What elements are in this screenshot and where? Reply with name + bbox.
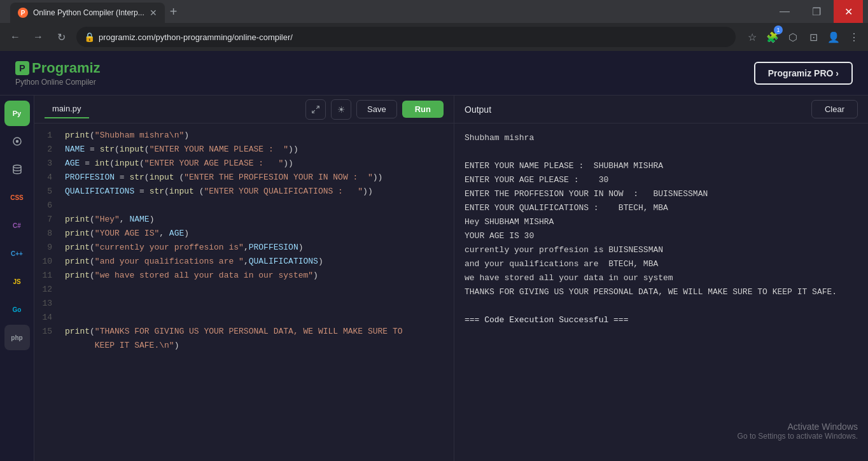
output-toolbar: Output Clear: [454, 96, 868, 124]
logo: P Programiz: [15, 60, 101, 76]
cast-button[interactable]: ⊡: [804, 28, 822, 46]
output-line-3: ENTER YOUR NAME PLEASE : SHUBHAM MISHRA: [465, 159, 858, 173]
output-line-13: [465, 299, 858, 313]
logo-area: P Programiz Python Online Compiler: [15, 60, 101, 87]
code-line-1: print("Shubham mishra\n"): [65, 129, 449, 143]
new-tab-button[interactable]: +: [165, 4, 183, 19]
editor-section: main.py ☀ Save Run 12345 67: [34, 96, 454, 461]
app-content: P Programiz Python Online Compiler Progr…: [0, 51, 868, 461]
output-title: Output: [465, 104, 491, 115]
output-line-7: Hey SHUBHAM MISHRA: [465, 215, 858, 229]
sidebar-item-php[interactable]: php: [4, 325, 30, 350]
svg-line-3: [316, 106, 319, 108]
code-line-11: print("we have stored all your data in o…: [65, 269, 449, 283]
url-text: programiz.com/python-programming/online-…: [99, 32, 293, 42]
clear-button[interactable]: Clear: [811, 100, 858, 118]
save-button[interactable]: Save: [356, 100, 397, 118]
close-tab-button[interactable]: ✕: [150, 8, 157, 18]
output-line-9: currently your proffesion is BUISNESSMAN: [465, 243, 858, 257]
svg-point-1: [15, 140, 18, 143]
output-line-5: ENTER THE PROFFESION YOUR IN NOW : BUISN…: [465, 187, 858, 201]
output-line-6: ENTER YOUR QUALIFICATIONS : BTECH, MBA: [465, 201, 858, 215]
code-line-2: NAME = str(input("ENTER YOUR NAME PLEASE…: [65, 143, 449, 157]
output-section: Output Clear Shubham mishra ENTER YOUR N…: [454, 96, 868, 461]
reload-button[interactable]: ↻: [51, 27, 71, 47]
output-line-11: we have stored all your data in our syst…: [465, 271, 858, 285]
sidebar-item-cpp[interactable]: C++: [4, 241, 30, 266]
fullscreen-button[interactable]: [305, 99, 326, 120]
output-line-8: YOUR AGE IS 30: [465, 229, 858, 243]
code-line-6: [65, 199, 449, 213]
sidebar-item-scratch[interactable]: [4, 129, 30, 154]
address-bar[interactable]: 🔒 programiz.com/python-programming/onlin…: [76, 27, 736, 47]
code-line-5: QUALIFICATIONS = str(input ("ENTER YOUR …: [65, 185, 449, 199]
minimize-button[interactable]: —: [770, 0, 799, 23]
lock-icon: 🔒: [84, 32, 95, 42]
tab-bar: P Online Python Compiler (Interp... ✕ +: [5, 0, 182, 23]
bookmark-button[interactable]: ☆: [743, 28, 761, 46]
output-line-1: Shubham mishra: [465, 131, 858, 145]
forward-button[interactable]: →: [28, 27, 48, 47]
output-line-12: THANKS FOR GIVING US YOUR PERSONAL DATA,…: [465, 285, 858, 299]
code-line-14: [65, 311, 449, 325]
app-header: P Programiz Python Online Compiler Progr…: [0, 51, 868, 96]
code-line-15: print("THANKS FOR GIVING US YOUR PERSONA…: [65, 325, 449, 339]
code-line-13: [65, 297, 449, 311]
maximize-button[interactable]: ❐: [802, 0, 831, 23]
nav-bar: ← → ↻ 🔒 programiz.com/python-programming…: [0, 23, 868, 51]
nav-icons: ☆ 🧩 1 ⬡ ⊡ 👤 ⋮: [743, 28, 863, 46]
browser-window: P Online Python Compiler (Interp... ✕ + …: [0, 0, 868, 461]
file-tab[interactable]: main.py: [45, 100, 89, 118]
tab-favicon: P: [18, 8, 28, 18]
code-line-7: print("Hey", NAME): [65, 213, 449, 227]
close-button[interactable]: ✕: [834, 0, 863, 23]
output-content: Shubham mishra ENTER YOUR NAME PLEASE : …: [454, 124, 868, 461]
back-button[interactable]: ←: [5, 27, 25, 47]
code-line-8: print("YOUR AGE IS", AGE): [65, 227, 449, 241]
output-success: === Code Execution Successful ===: [465, 313, 858, 327]
logo-icon: P: [15, 61, 29, 75]
sidebar-item-go[interactable]: Go: [4, 297, 30, 322]
browser-tab[interactable]: P Online Python Compiler (Interp... ✕: [10, 3, 165, 23]
output-line-2: [465, 145, 858, 159]
svg-line-4: [312, 110, 315, 113]
sidebar-item-python[interactable]: Py: [4, 101, 30, 126]
logo-name: Programiz: [32, 60, 101, 76]
title-bar: P Online Python Compiler (Interp... ✕ + …: [0, 0, 868, 23]
svg-point-2: [13, 165, 21, 168]
logo-subtitle: Python Online Compiler: [15, 78, 101, 87]
code-line-12: [65, 283, 449, 297]
code-line-9: print("currently your proffesion is",PRO…: [65, 241, 449, 255]
tab-title: Online Python Compiler (Interp...: [33, 8, 144, 17]
menu-button[interactable]: ⋮: [845, 28, 863, 46]
code-line-10: print("and your qualifications are ",QUA…: [65, 255, 449, 269]
window-controls: — ❐ ✕: [770, 0, 863, 23]
editor-toolbar: main.py ☀ Save Run: [34, 96, 454, 124]
output-line-4: ENTER YOUR AGE PLEASE : 30: [465, 173, 858, 187]
code-line-3: AGE = int(input("ENTER YOUR AGE PLEASE :…: [65, 157, 449, 171]
extensions-badge: 1: [774, 25, 783, 34]
sidebar-item-css[interactable]: CSS: [4, 185, 30, 210]
main-layout: Py CSS C# C++ JS Go php main.py: [0, 96, 868, 461]
profile-extensions-button[interactable]: ⬡: [784, 28, 802, 46]
sidebar-item-csharp[interactable]: C#: [4, 213, 30, 238]
profile-button[interactable]: 👤: [825, 28, 843, 46]
code-line-4: PROFFESION = str(input ("ENTER THE PROFF…: [65, 171, 449, 185]
sidebar-item-javascript[interactable]: JS: [4, 269, 30, 294]
output-line-10: and your qualifications are BTECH, MBA: [465, 257, 858, 271]
extensions-button[interactable]: 🧩 1: [764, 28, 781, 46]
code-content[interactable]: print("Shubham mishra\n") NAME = str(inp…: [60, 129, 454, 456]
run-button[interactable]: Run: [402, 101, 444, 118]
pro-button[interactable]: Programiz PRO ›: [754, 62, 853, 85]
sidebar: Py CSS C# C++ JS Go php: [0, 96, 34, 461]
code-line-15b: KEEP IT SAFE.\n"): [65, 339, 449, 353]
theme-toggle-button[interactable]: ☀: [331, 99, 351, 120]
code-editor[interactable]: 12345 678910 1112131415 print("Shubham m…: [34, 124, 454, 461]
sidebar-item-database[interactable]: [4, 157, 30, 182]
line-numbers: 12345 678910 1112131415: [34, 129, 60, 456]
